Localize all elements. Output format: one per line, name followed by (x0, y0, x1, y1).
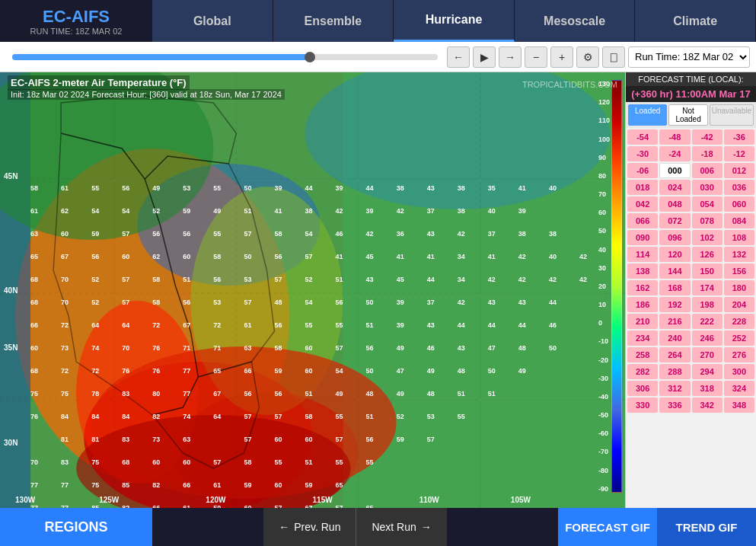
forecast-hour-cell[interactable]: 276 (724, 347, 754, 362)
forecast-hour-cell[interactable]: 174 (692, 280, 723, 295)
forecast-hour-cell[interactable]: 138 (627, 263, 658, 279)
forecast-hour-cell[interactable]: 312 (659, 381, 690, 396)
forecast-hour-cell[interactable]: -18 (692, 146, 723, 161)
forecast-hour-cell[interactable]: 096 (659, 230, 690, 245)
svg-text:46: 46 (427, 344, 435, 352)
forecast-hour-cell[interactable]: 294 (692, 364, 723, 379)
forecast-hour-cell[interactable]: 162 (627, 280, 658, 295)
svg-text:50: 50 (488, 367, 496, 375)
forecast-hour-cell[interactable]: 336 (659, 398, 690, 413)
next-run-button[interactable]: Next Run → (356, 508, 446, 546)
forecast-hour-cell[interactable]: 288 (659, 364, 690, 379)
forecast-hour-cell[interactable]: -06 (627, 163, 658, 178)
trend-gif-button[interactable]: TREND GIF (657, 508, 756, 546)
forecast-hour-cell[interactable]: -54 (627, 129, 658, 145)
forecast-hour-cell[interactable]: 054 (692, 196, 723, 212)
forecast-hour-cell[interactable]: -48 (659, 129, 690, 145)
forecast-hour-cell[interactable]: 048 (659, 196, 690, 212)
forecast-hour-cell[interactable]: 102 (692, 230, 723, 245)
forecast-hour-cell[interactable]: 204 (724, 297, 754, 312)
svg-text:60: 60 (274, 481, 282, 489)
forecast-hour-cell[interactable]: 228 (724, 314, 754, 329)
forecast-hour-cell[interactable]: 078 (692, 213, 723, 228)
forecast-hour-cell[interactable]: 186 (627, 297, 658, 312)
forecast-hour-cell[interactable]: 072 (659, 213, 690, 228)
forecast-hour-cell[interactable]: 066 (627, 213, 658, 228)
svg-text:38: 38 (397, 184, 404, 192)
progress-bar[interactable] (12, 54, 438, 60)
tab-global[interactable]: Global (152, 0, 273, 42)
forecast-hour-cell[interactable]: 240 (659, 330, 690, 346)
forecast-hour-cell[interactable]: 330 (627, 398, 658, 413)
keyboard-button[interactable]: ⎕ (602, 46, 625, 68)
forecast-hour-cell[interactable]: 198 (692, 297, 723, 312)
svg-text:56: 56 (336, 299, 343, 306)
forecast-hour-cell[interactable]: 114 (627, 247, 658, 262)
forecast-hour-cell[interactable]: -30 (627, 146, 658, 161)
forward-button[interactable]: → (499, 46, 522, 68)
forecast-hour-cell[interactable]: -12 (724, 146, 754, 161)
svg-text:51: 51 (366, 413, 374, 420)
forecast-hour-cell[interactable]: 192 (659, 297, 690, 312)
forecast-hour-cell[interactable]: 150 (692, 263, 723, 279)
forecast-hour-cell[interactable]: 348 (724, 398, 754, 413)
forecast-hour-cell[interactable]: 246 (692, 330, 723, 346)
svg-text:35: 35 (488, 184, 496, 192)
forecast-hour-row: -54-48-42-36 (627, 129, 754, 145)
forecast-hour-cell[interactable]: 252 (724, 330, 754, 346)
forecast-hour-cell[interactable]: 036 (724, 180, 754, 195)
forecast-hour-cell[interactable]: 318 (692, 381, 723, 396)
forecast-hour-cell[interactable]: 210 (627, 314, 658, 329)
regions-button[interactable]: REGIONS (0, 508, 152, 546)
forecast-hour-cell[interactable]: 168 (659, 280, 690, 295)
minus-button[interactable]: − (525, 46, 547, 68)
forecast-hour-cell[interactable]: 234 (627, 330, 658, 346)
svg-text:50: 50 (244, 253, 251, 260)
forecast-hour-cell[interactable]: 216 (659, 314, 690, 329)
not-loaded-button[interactable]: Not Loaded (668, 104, 707, 126)
loaded-button[interactable]: Loaded (628, 104, 667, 126)
forecast-hour-cell[interactable]: -24 (659, 146, 690, 161)
forecast-hour-cell[interactable]: 282 (627, 364, 658, 379)
forecast-hour-cell[interactable]: 324 (724, 381, 754, 396)
forecast-gif-button[interactable]: FORECAST GIF (558, 508, 657, 546)
forecast-hour-cell[interactable]: -36 (724, 129, 754, 145)
svg-text:34: 34 (458, 253, 465, 260)
forecast-hour-cell[interactable]: 258 (627, 347, 658, 362)
forecast-hour-cell[interactable]: 030 (692, 180, 723, 195)
forecast-hour-cell[interactable]: 222 (692, 314, 723, 329)
tab-climate[interactable]: Climate (635, 0, 756, 42)
forecast-hour-cell[interactable]: 144 (659, 263, 690, 279)
forecast-hour-cell[interactable]: 300 (724, 364, 754, 379)
forecast-hour-cell[interactable]: 012 (724, 163, 754, 178)
settings-button[interactable]: ⚙ (576, 46, 599, 68)
forecast-hour-cell[interactable]: 264 (659, 347, 690, 362)
prev-run-button[interactable]: ← Prev. Run (263, 508, 356, 546)
forecast-hour-cell[interactable]: 084 (724, 213, 754, 228)
forecast-hour-cell[interactable]: 000 (659, 163, 690, 178)
tab-mesoscale[interactable]: Mesoscale (515, 0, 636, 42)
forecast-hour-cell[interactable]: 108 (724, 230, 754, 245)
forecast-hour-cell[interactable]: 342 (692, 398, 723, 413)
forecast-hour-cell[interactable]: 018 (627, 180, 658, 195)
forecast-hour-cell[interactable]: 120 (659, 247, 690, 262)
tab-hurricane[interactable]: Hurricane (394, 0, 515, 42)
forecast-hour-cell[interactable]: 042 (627, 196, 658, 212)
forecast-hour-cell[interactable]: 090 (627, 230, 658, 245)
forecast-hour-cell[interactable]: 180 (724, 280, 754, 295)
forecast-hour-cell[interactable]: 306 (627, 381, 658, 396)
play-button[interactable]: ▶ (473, 46, 496, 68)
run-time-select[interactable]: Run Time: 18Z Mar 02 (628, 46, 750, 68)
plus-button[interactable]: + (550, 46, 573, 68)
back-button[interactable]: ← (447, 46, 470, 68)
forecast-hour-cell[interactable]: 126 (692, 247, 723, 262)
forecast-hour-cell[interactable]: 006 (692, 163, 723, 178)
forecast-hour-cell[interactable]: 024 (659, 180, 690, 195)
forecast-hour-cell[interactable]: -42 (692, 129, 723, 145)
progress-thumb[interactable] (305, 52, 315, 62)
forecast-hour-cell[interactable]: 270 (692, 347, 723, 362)
tab-ensemble[interactable]: Ensemble (273, 0, 394, 42)
forecast-hour-cell[interactable]: 156 (724, 263, 754, 279)
forecast-hour-cell[interactable]: 132 (724, 247, 754, 262)
forecast-hour-cell[interactable]: 060 (724, 196, 754, 212)
